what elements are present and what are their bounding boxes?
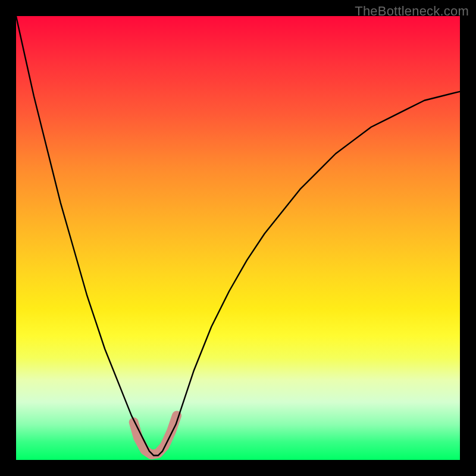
watermark-text: TheBottleneck.com — [355, 4, 469, 19]
plot-area — [16, 16, 460, 460]
chart-frame: TheBottleneck.com — [0, 0, 476, 476]
curve-svg — [16, 16, 460, 460]
bottleneck-curve — [16, 16, 460, 456]
